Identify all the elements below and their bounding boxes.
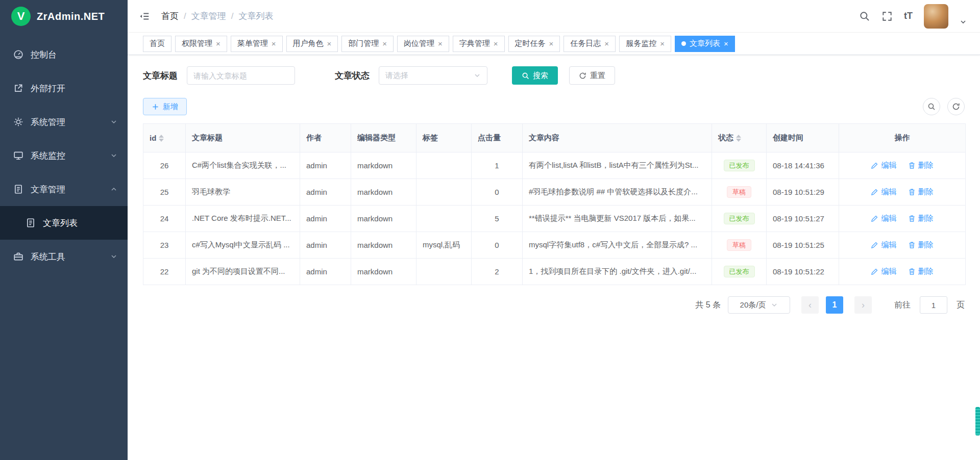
edit-button[interactable]: 编辑 xyxy=(871,240,896,250)
close-icon[interactable]: × xyxy=(604,40,609,47)
tab-user-role[interactable]: 用户角色 × xyxy=(286,36,338,52)
tab-article-list[interactable]: 文章列表 × xyxy=(675,36,735,52)
reset-button[interactable]: 重置 xyxy=(569,66,615,85)
sidebar-item-label: 外部打开 xyxy=(31,83,117,94)
table-row[interactable]: 23 c#写入Mysql中文显示乱码 ... admin markdown my… xyxy=(143,232,966,259)
close-icon[interactable]: × xyxy=(438,40,443,47)
document-icon xyxy=(26,218,36,228)
delete-button[interactable]: 删除 xyxy=(908,161,934,170)
delete-button[interactable]: 删除 xyxy=(908,267,934,276)
avatar[interactable] xyxy=(924,4,948,29)
tab-dept-mgmt[interactable]: 部门管理 × xyxy=(341,36,394,52)
article-status-select[interactable]: 请选择 xyxy=(379,66,487,85)
breadcrumb-home[interactable]: 首页 xyxy=(161,10,179,22)
sidebar-item-article-mgmt[interactable]: 文章管理 xyxy=(0,172,128,206)
tab-dict-mgmt[interactable]: 字典管理 × xyxy=(453,36,505,52)
breadcrumb: 首页 / 文章管理 / 文章列表 xyxy=(161,10,273,22)
sidebar-item-external[interactable]: 外部打开 xyxy=(0,71,128,105)
tab-label: 部门管理 xyxy=(348,39,379,48)
table-row[interactable]: 24 .NET Core 发布时提示.NET... admin markdown… xyxy=(143,206,966,232)
cell-title: git 为不同的项目设置不同... xyxy=(186,259,300,285)
cell-author: admin xyxy=(300,232,351,259)
search-icon[interactable] xyxy=(859,11,870,22)
cell-created: 08-19 10:51:25 xyxy=(767,232,839,259)
sort-icon[interactable] xyxy=(736,135,741,142)
chevron-up-icon xyxy=(110,186,117,193)
edit-button[interactable]: 编辑 xyxy=(871,214,896,223)
tab-label: 文章列表 xyxy=(690,39,720,48)
table-row[interactable]: 25 羽毛球教学 admin markdown 0 #羽毛球拍参数说明 ## 中… xyxy=(143,179,966,206)
tab-post-mgmt[interactable]: 岗位管理 × xyxy=(397,36,449,52)
table-header-row: id 文章标题 作者 编辑器类型 标签 点击量 文章内容 状态 创 xyxy=(143,124,966,152)
sidebar-item-dashboard[interactable]: 控制台 xyxy=(0,38,128,71)
cell-status: 已发布 xyxy=(712,152,767,179)
tab-cron-task[interactable]: 定时任务 × xyxy=(508,36,560,52)
fullscreen-icon[interactable] xyxy=(881,11,893,22)
cell-hits: 1 xyxy=(472,152,523,179)
goto-page-input[interactable] xyxy=(920,296,947,314)
close-icon[interactable]: × xyxy=(382,40,387,47)
page-size-select[interactable]: 20条/页 xyxy=(728,296,790,314)
col-label: id xyxy=(150,134,156,142)
article-status-label: 文章状态 xyxy=(335,70,370,82)
search-button[interactable]: 搜索 xyxy=(512,66,558,85)
sidebar-item-system-mgmt[interactable]: 系统管理 xyxy=(0,105,128,139)
edit-button[interactable]: 编辑 xyxy=(871,187,896,197)
edit-label: 编辑 xyxy=(881,214,896,223)
page-number-button[interactable]: 1 xyxy=(826,296,843,314)
col-title: 文章标题 xyxy=(186,124,300,152)
chevron-down-icon[interactable] xyxy=(960,18,967,25)
table-toolbar: 新增 xyxy=(143,98,965,115)
external-link-icon xyxy=(13,83,23,93)
sidebar-submenu-article: 文章列表 xyxy=(0,206,128,240)
close-icon[interactable]: × xyxy=(216,40,220,47)
tab-label: 服务监控 xyxy=(626,39,656,48)
cell-content: 1，找到项目所在目录下的 .git/文件夹，进入.git/... xyxy=(523,259,712,285)
edit-label: 编辑 xyxy=(881,161,896,170)
close-icon[interactable]: × xyxy=(272,40,276,47)
edit-button[interactable]: 编辑 xyxy=(871,267,896,276)
table-row[interactable]: 22 git 为不同的项目设置不同... admin markdown 2 1，… xyxy=(143,259,966,285)
col-status[interactable]: 状态 xyxy=(712,124,767,152)
close-icon[interactable]: × xyxy=(660,40,665,47)
close-icon[interactable]: × xyxy=(549,40,554,47)
delete-button[interactable]: 删除 xyxy=(908,240,934,250)
sidebar-item-label: 系统监控 xyxy=(31,150,103,162)
prev-page-button[interactable]: ‹ xyxy=(801,296,819,314)
tab-menu-mgmt[interactable]: 菜单管理 × xyxy=(231,36,283,52)
tab-service-monitor[interactable]: 服务监控 × xyxy=(619,36,671,52)
article-title-input[interactable] xyxy=(187,66,295,85)
tab-label: 字典管理 xyxy=(459,39,490,48)
sidebar-item-system-tools[interactable]: 系统工具 xyxy=(0,240,128,273)
col-id[interactable]: id xyxy=(143,124,186,152)
cell-ops: 编辑 删除 xyxy=(839,259,966,285)
scrollbar-thumb[interactable] xyxy=(975,407,980,436)
refresh-table-button[interactable] xyxy=(947,98,965,115)
sidebar-item-system-monitor[interactable]: 系统监控 xyxy=(0,139,128,172)
tab-home[interactable]: 首页 xyxy=(143,36,172,52)
toggle-search-button[interactable] xyxy=(923,98,940,115)
tab-task-log[interactable]: 任务日志 × xyxy=(564,36,616,52)
breadcrumb-article-mgmt[interactable]: 文章管理 xyxy=(191,10,226,22)
tab-perm-mgmt[interactable]: 权限管理 × xyxy=(175,36,227,52)
delete-button[interactable]: 删除 xyxy=(908,214,934,223)
next-page-button[interactable]: › xyxy=(854,296,872,314)
sidebar-fold-icon[interactable] xyxy=(139,11,150,22)
sidebar-item-article-list[interactable]: 文章列表 xyxy=(0,206,128,240)
edit-label: 编辑 xyxy=(881,187,896,197)
table-row[interactable]: 26 C#两个list集合实现关联，... admin markdown 1 有… xyxy=(143,152,966,179)
close-icon[interactable]: × xyxy=(724,40,728,47)
pagination: 共 5 条 20条/页 ‹ 1 › 前往 页 xyxy=(143,296,965,314)
font-size-icon[interactable]: tT xyxy=(904,11,913,21)
edit-button[interactable]: 编辑 xyxy=(871,161,896,170)
delete-label: 删除 xyxy=(918,187,934,197)
cell-editor: markdown xyxy=(351,179,416,206)
cell-status: 草稿 xyxy=(712,179,767,206)
add-button[interactable]: 新增 xyxy=(143,98,187,115)
delete-button[interactable]: 删除 xyxy=(908,187,934,197)
sort-icon[interactable] xyxy=(159,135,164,142)
close-icon[interactable]: × xyxy=(327,40,332,47)
cell-id: 24 xyxy=(143,206,186,232)
close-icon[interactable]: × xyxy=(494,40,498,47)
cell-author: admin xyxy=(300,259,351,285)
